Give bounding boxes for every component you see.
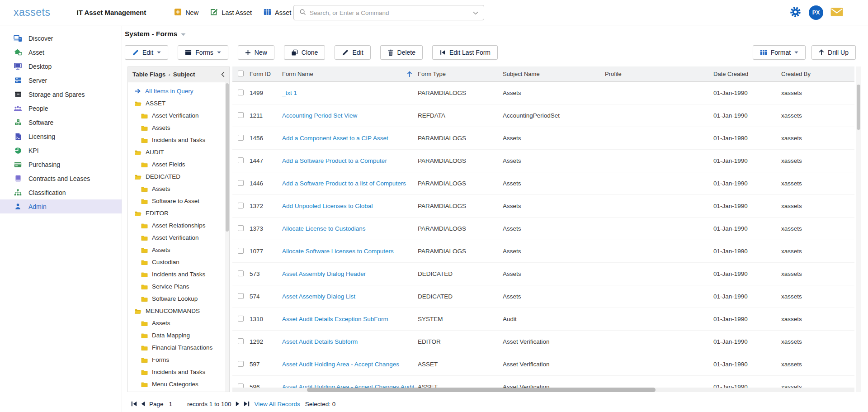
delete-button[interactable]: Delete bbox=[380, 45, 423, 60]
breadcrumb-parent[interactable]: Table Flags bbox=[132, 71, 165, 78]
search-input[interactable] bbox=[310, 9, 469, 16]
tree-collapse-chevron-icon[interactable] bbox=[221, 71, 225, 77]
row-checkbox[interactable] bbox=[238, 384, 244, 388]
cell-form-name[interactable]: Add a Software Product to a list of Comp… bbox=[280, 180, 416, 187]
sidebar-item-purchasing[interactable]: Purchasing bbox=[0, 157, 122, 171]
row-checkbox[interactable] bbox=[238, 180, 244, 186]
sidebar-item-licensing[interactable]: Licensing bbox=[0, 129, 122, 143]
tree-item-menucommands[interactable]: MENUCOMMANDS bbox=[128, 305, 229, 317]
tree-item-menu-categories[interactable]: Menu Categories bbox=[128, 378, 229, 390]
horizontal-scrollbar-thumb[interactable] bbox=[307, 388, 656, 392]
tree-item-incidents-and-tasks[interactable]: Incidents and Tasks bbox=[128, 268, 229, 280]
tree-item-assets[interactable]: Assets bbox=[128, 122, 229, 134]
next-page-icon[interactable] bbox=[236, 401, 240, 407]
horizontal-scrollbar[interactable] bbox=[232, 388, 854, 392]
cell-form-name[interactable]: _txt 1 bbox=[280, 90, 416, 96]
tree-item-incidents-and-tasks[interactable]: Incidents and Tasks bbox=[128, 366, 229, 378]
tree-item-audit[interactable]: AUDIT bbox=[128, 146, 229, 158]
cell-form-name[interactable]: Allocate License to Custodians bbox=[280, 225, 416, 232]
tree-item-assets[interactable]: Assets bbox=[128, 183, 229, 195]
sidebar-item-server[interactable]: Server bbox=[0, 73, 122, 87]
cell-form-name[interactable]: Asset Audit Holding Area - Accept Change… bbox=[280, 361, 416, 368]
sidebar-item-storage-and-spares[interactable]: Storage and Spares bbox=[0, 87, 122, 101]
row-checkbox[interactable] bbox=[238, 316, 244, 322]
tree-item-software-to-asset[interactable]: Software to Asset bbox=[128, 195, 229, 207]
row-checkbox[interactable] bbox=[238, 135, 244, 141]
format-button[interactable]: Format bbox=[753, 45, 806, 60]
cell-form-name[interactable]: Asset Audit Holding Area - Accept Change… bbox=[280, 384, 416, 388]
tree-item-asset[interactable]: ASSET bbox=[128, 97, 229, 109]
search-dropdown-chevron-icon[interactable] bbox=[473, 9, 478, 17]
tree-item-incidents-and-tasks[interactable]: Incidents and Tasks bbox=[128, 134, 229, 146]
edit-button[interactable]: Edit bbox=[335, 45, 370, 60]
cell-form-name[interactable]: Asset Audit Details Subform bbox=[280, 338, 416, 345]
tree-item-service-plans[interactable]: Service Plans bbox=[128, 280, 229, 293]
sidebar-item-classification[interactable]: Classification bbox=[0, 185, 122, 199]
cell-form-name[interactable]: Asset Audit Details Exception SubForm bbox=[280, 316, 416, 322]
gear-icon[interactable] bbox=[789, 6, 802, 20]
column-header-created-by[interactable]: Created By bbox=[779, 71, 854, 77]
row-checkbox[interactable] bbox=[238, 157, 244, 163]
tree-item-forms[interactable]: Forms bbox=[128, 354, 229, 366]
cell-form-name[interactable]: Add Unpooled Licenses to Global bbox=[280, 203, 416, 209]
tree-scrollbar-thumb[interactable] bbox=[226, 83, 229, 232]
tree-item-data-mapping[interactable]: Data Mapping bbox=[128, 329, 229, 341]
tree-item-all-items-in-query[interactable]: All Items in Query bbox=[128, 85, 229, 97]
title-caret-down-icon[interactable] bbox=[181, 30, 186, 38]
tree-item-software-lookup[interactable]: Software Lookup bbox=[128, 293, 229, 305]
first-page-icon[interactable] bbox=[131, 401, 137, 407]
tree-item-financial-transactions[interactable]: Financial Transactions bbox=[128, 341, 229, 354]
forms-button[interactable]: Forms bbox=[178, 45, 228, 60]
column-header-form-name[interactable]: Form Name bbox=[280, 71, 416, 77]
cell-form-name[interactable]: Asset Assembly Dialog Header bbox=[280, 270, 416, 277]
cell-form-name[interactable]: Asset Assembly Dialog List bbox=[280, 293, 416, 300]
breadcrumb-current[interactable]: Subject bbox=[173, 71, 195, 78]
tree-scrollbar[interactable] bbox=[225, 82, 229, 392]
row-checkbox[interactable] bbox=[238, 270, 244, 276]
column-header-form-type[interactable]: Form Type bbox=[416, 71, 501, 77]
avatar[interactable]: PX bbox=[809, 5, 823, 20]
row-checkbox[interactable] bbox=[238, 203, 244, 208]
row-checkbox[interactable] bbox=[238, 338, 244, 344]
prev-page-icon[interactable] bbox=[141, 401, 145, 407]
column-header-profile[interactable]: Profile bbox=[603, 71, 712, 77]
select-all-checkbox[interactable] bbox=[238, 71, 244, 76]
tree-item-asset-verification[interactable]: Asset Verification bbox=[128, 109, 229, 122]
vertical-scrollbar-thumb[interactable] bbox=[857, 85, 860, 130]
row-checkbox[interactable] bbox=[238, 225, 244, 231]
tree-item-dedicated[interactable]: DEDICATED bbox=[128, 170, 229, 183]
sidebar-item-kpi[interactable]: KPI bbox=[0, 143, 122, 157]
column-header-subject-name[interactable]: Subject Name bbox=[501, 71, 603, 77]
sidebar-item-asset[interactable]: Asset bbox=[0, 45, 122, 59]
sidebar-item-contracts-and-leases[interactable]: Contracts and Leases bbox=[0, 171, 122, 185]
tree-item-asset-relationships[interactable]: Asset Relationships bbox=[128, 219, 229, 232]
tree-item-editor[interactable]: EDITOR bbox=[128, 207, 229, 219]
cell-form-name[interactable]: Add a Component Asset to a CIP Asset bbox=[280, 135, 416, 142]
view-all-records-link[interactable]: View All Records bbox=[255, 401, 300, 407]
row-checkbox[interactable] bbox=[238, 112, 244, 118]
row-checkbox[interactable] bbox=[238, 90, 244, 95]
quick-action-last-asset[interactable]: Last Asset bbox=[210, 8, 252, 17]
quick-action-new[interactable]: New bbox=[174, 8, 198, 17]
cell-form-name[interactable]: Allocate Software Licenses to Computers bbox=[280, 248, 416, 255]
tree-item-asset-verification[interactable]: Asset Verification bbox=[128, 232, 229, 244]
sort-ascending-icon[interactable] bbox=[407, 71, 412, 77]
column-header-date-created[interactable]: Date Created bbox=[712, 71, 779, 77]
cell-form-name[interactable]: Add a Software Product to a Computer bbox=[280, 157, 416, 164]
last-page-icon[interactable] bbox=[244, 401, 250, 407]
row-checkbox[interactable] bbox=[238, 361, 244, 367]
vertical-scrollbar[interactable] bbox=[856, 66, 861, 392]
tree-item-custodian[interactable]: Custodian bbox=[128, 256, 229, 268]
sidebar-item-admin[interactable]: Admin bbox=[0, 199, 122, 213]
row-checkbox[interactable] bbox=[238, 293, 244, 299]
edit-button[interactable]: Edit bbox=[125, 45, 168, 60]
global-search[interactable] bbox=[293, 5, 484, 20]
sidebar-item-desktop[interactable]: Desktop bbox=[0, 59, 122, 73]
edit-last-form-button[interactable]: Edit Last Form bbox=[432, 45, 498, 60]
column-header-form-id[interactable]: Form ID bbox=[248, 71, 280, 77]
clone-button[interactable]: Clone bbox=[284, 45, 326, 60]
row-checkbox[interactable] bbox=[238, 248, 244, 254]
envelope-icon[interactable] bbox=[830, 7, 843, 19]
tree-item-asset-fields[interactable]: Asset Fields bbox=[128, 158, 229, 170]
tree-item-assets[interactable]: Assets bbox=[128, 244, 229, 256]
